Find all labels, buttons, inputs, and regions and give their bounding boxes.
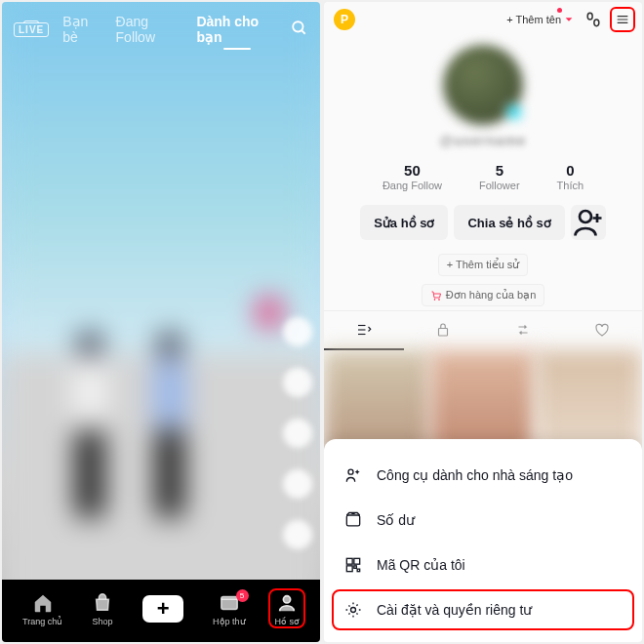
profile-header: P + Thêm tên <box>324 2 642 37</box>
share-icon[interactable] <box>283 469 312 499</box>
plus-icon: + <box>157 596 170 622</box>
svg-point-18 <box>348 469 353 474</box>
stat-follower[interactable]: 5 Follower <box>479 162 520 191</box>
stat-like[interactable]: 0 Thích <box>557 162 584 191</box>
nav-inbox[interactable]: 5 Hộp thư <box>213 592 246 626</box>
svg-rect-25 <box>357 569 360 572</box>
nav-profile-label: Hồ sơ <box>274 617 300 626</box>
add-name-button[interactable]: + Thêm tên <box>506 14 574 25</box>
action-row: Sửa hồ sơ Chia sẻ hồ sơ <box>324 201 642 250</box>
search-icon[interactable] <box>291 20 308 39</box>
settings-sheet: Công cụ dành cho nhà sáng tạo Số dư Mã Q… <box>324 439 642 642</box>
feed-screen: LIVE Bạn bè Đang Follow Dành cho bạn Tra… <box>2 2 320 642</box>
svg-rect-23 <box>346 566 352 572</box>
video-background <box>2 2 320 642</box>
nav-home-label: Trang chủ <box>22 617 62 626</box>
like-icon[interactable] <box>283 368 312 397</box>
add-bio-button[interactable]: + Thêm tiểu sử <box>438 254 529 276</box>
svg-point-4 <box>587 13 592 20</box>
notification-dot <box>557 8 562 13</box>
tab-liked[interactable] <box>563 311 643 350</box>
side-action-bar <box>283 317 312 549</box>
comment-icon[interactable] <box>283 419 312 448</box>
nav-profile[interactable]: Hồ sơ <box>274 592 300 626</box>
add-friend-button[interactable] <box>571 205 606 240</box>
top-tabs: LIVE Bạn bè Đang Follow Dành cho bạn <box>2 10 320 49</box>
inbox-badge: 5 <box>236 589 249 602</box>
tab-repost[interactable] <box>483 311 563 350</box>
stat-following[interactable]: 50 Đang Follow <box>382 162 442 191</box>
svg-point-0 <box>294 21 303 31</box>
bottom-nav: Trang chủ Shop + 5 Hộp thư Hồ sơ <box>2 580 320 642</box>
svg-rect-2 <box>221 596 238 609</box>
tab-for-you[interactable]: Dành cho bạn <box>196 14 277 45</box>
nav-shop-label: Shop <box>93 617 113 626</box>
orders-row: Đơn hàng của bạn <box>324 280 642 310</box>
svg-point-12 <box>434 299 435 300</box>
hamburger-menu-icon[interactable] <box>613 10 632 29</box>
svg-point-13 <box>438 299 439 300</box>
username: @username <box>440 133 527 148</box>
menu-balance[interactable]: Số dư <box>324 498 642 543</box>
svg-rect-17 <box>439 329 448 337</box>
nav-create[interactable]: + <box>142 595 183 623</box>
avatar-icon[interactable] <box>283 317 312 346</box>
svg-line-1 <box>302 30 305 34</box>
svg-rect-22 <box>354 558 360 564</box>
tab-grid[interactable] <box>324 311 404 350</box>
live-icon[interactable]: LIVE <box>14 22 49 37</box>
menu-creator-tools[interactable]: Công cụ dành cho nhà sáng tạo <box>324 453 642 498</box>
svg-rect-24 <box>354 566 357 569</box>
svg-point-3 <box>284 595 291 602</box>
menu-qr-code[interactable]: Mã QR của tôi <box>324 543 642 587</box>
coin-icon[interactable]: P <box>334 9 355 30</box>
nav-shop[interactable]: Shop <box>92 592 113 626</box>
tab-locked[interactable] <box>404 311 484 350</box>
svg-point-26 <box>351 608 356 613</box>
edit-profile-button[interactable]: Sửa hồ sơ <box>360 205 448 240</box>
profile-tabs <box>324 310 642 350</box>
stats-row: 50 Đang Follow 5 Follower 0 Thích <box>324 152 642 201</box>
svg-rect-21 <box>346 558 352 564</box>
profile-screen: P + Thêm tên @username 50 Đang Follow 5 … <box>324 2 642 642</box>
tab-following[interactable]: Đang Follow <box>116 14 183 45</box>
chips-row: + Thêm tiểu sử <box>324 250 642 280</box>
nav-inbox-label: Hộp thư <box>213 617 246 626</box>
svg-point-9 <box>580 211 591 222</box>
avatar[interactable] <box>443 45 523 125</box>
tab-friends[interactable]: Bạn bè <box>62 14 101 45</box>
svg-point-5 <box>594 20 599 26</box>
footsteps-icon[interactable] <box>584 10 603 29</box>
avatar-section: @username <box>324 37 642 152</box>
share-profile-button[interactable]: Chia sẻ hồ sơ <box>454 205 564 240</box>
orders-button[interactable]: Đơn hàng của bạn <box>422 284 545 306</box>
sound-icon[interactable] <box>283 520 312 549</box>
nav-home[interactable]: Trang chủ <box>22 592 62 626</box>
verified-icon <box>505 103 523 121</box>
svg-rect-19 <box>346 515 359 526</box>
menu-settings-privacy[interactable]: Cài đặt và quyền riêng tư <box>324 587 642 632</box>
